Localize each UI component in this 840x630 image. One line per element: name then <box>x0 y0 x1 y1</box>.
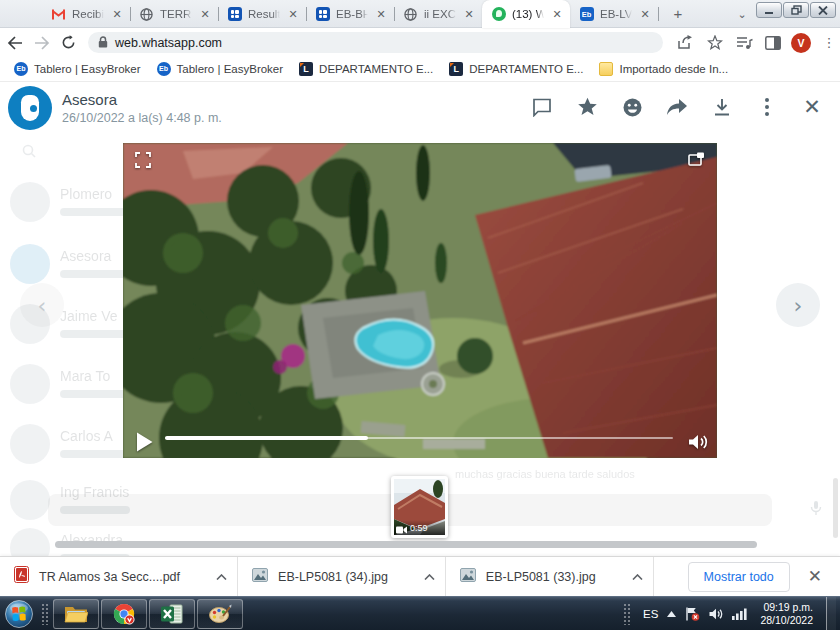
forward-button[interactable] <box>31 32 54 54</box>
taskbar-paint-button[interactable] <box>197 599 243 629</box>
reload-button[interactable] <box>57 32 80 54</box>
tab-gmail[interactable]: Recibidos ✕ <box>42 0 130 28</box>
bookmark-label: DEPARTAMENTO E... <box>469 63 583 75</box>
downloads-bar: TR Alamos 3a Secc....pdf EB-LP5081 (34).… <box>0 556 840 596</box>
address-bar[interactable]: web.whatsapp.com <box>88 32 663 53</box>
tab-excel-page[interactable]: ii EXCELE ✕ <box>394 0 482 28</box>
language-indicator[interactable]: ES <box>643 608 658 620</box>
bookmark-tablero-2[interactable]: Eb Tablero | EasyBroker <box>151 60 290 78</box>
show-hidden-icons-arrow[interactable] <box>667 611 676 617</box>
search-icon <box>22 144 36 162</box>
new-tab-button[interactable]: + <box>668 4 688 24</box>
tab-close-icon[interactable]: ✕ <box>286 7 300 21</box>
volume-tray-icon[interactable] <box>709 608 723 620</box>
mic-icon <box>810 500 822 520</box>
download-menu-chevron-icon[interactable] <box>424 574 435 580</box>
viewer-actions: ✕ <box>530 95 824 119</box>
sender-avatar[interactable] <box>8 86 52 130</box>
start-button[interactable] <box>0 597 38 630</box>
viewer-menu-icon[interactable] <box>755 95 779 119</box>
media-controls-icon[interactable] <box>733 32 755 54</box>
download-item-jpg-34[interactable]: EB-LP5081 (34).jpg <box>238 557 445 596</box>
taskbar-explorer-button[interactable] <box>53 599 99 629</box>
tab-eb-lv96[interactable]: Eb EB-LV96 ✕ <box>570 0 658 28</box>
taskbar-grip <box>41 603 49 625</box>
video-thumbnail[interactable]: 0:59 <box>391 476 448 538</box>
back-button[interactable] <box>4 32 27 54</box>
download-icon[interactable] <box>710 95 734 119</box>
profile-avatar[interactable]: V <box>791 33 811 53</box>
download-menu-chevron-icon[interactable] <box>632 574 643 580</box>
taskbar-excel-button[interactable] <box>149 599 195 629</box>
faded-chat-message: muchas gracias buena tarde saludos <box>455 468 635 480</box>
taskbar-chrome-button[interactable] <box>101 599 147 629</box>
tab-eb-bh17[interactable]: EB-BH17 ✕ <box>306 0 394 28</box>
show-desktop-button[interactable] <box>826 597 836 630</box>
bookmark-departamento-1[interactable]: L DEPARTAMENTO E... <box>293 60 439 78</box>
tab-label: (13) Wha <box>512 8 544 20</box>
folder-icon <box>599 62 613 76</box>
faded-chat-row: Plomero <box>0 178 120 234</box>
download-item-pdf[interactable]: TR Alamos 3a Secc....pdf <box>0 557 237 596</box>
lock-icon[interactable] <box>98 34 108 52</box>
video-progress-bar[interactable] <box>165 437 673 439</box>
picture-in-picture-icon[interactable] <box>688 152 705 166</box>
image-file-icon <box>252 568 268 586</box>
minimize-button[interactable] <box>756 2 782 18</box>
action-center-flag-icon[interactable] <box>685 607 700 621</box>
whatsapp-icon <box>491 7 506 22</box>
window-controls <box>756 2 836 18</box>
tab-close-icon[interactable]: ✕ <box>198 7 212 21</box>
downloads-bar-close-icon[interactable]: ✕ <box>804 564 826 589</box>
bookmark-tablero-1[interactable]: Eb Tablero | EasyBroker <box>8 60 147 78</box>
windows-logo-icon <box>4 599 34 629</box>
tab-whatsapp-active[interactable]: (13) Wha ✕ <box>482 0 570 28</box>
tab-close-icon[interactable]: ✕ <box>374 7 388 21</box>
tab-close-icon[interactable]: ✕ <box>550 7 564 21</box>
tab-search-chevron-icon[interactable]: ⌄ <box>732 4 752 24</box>
close-window-button[interactable] <box>810 2 836 18</box>
volume-icon[interactable] <box>688 434 709 450</box>
faded-chat-row: Asesora <box>0 240 120 296</box>
faded-chat-list: Plomero Asesora Jaime Ve Mara To Carlos … <box>0 82 120 556</box>
aerial-drone-footage <box>123 143 717 458</box>
easybroker-icon: Eb <box>157 62 171 76</box>
tab-close-icon[interactable]: ✕ <box>110 7 124 21</box>
tab-terreno[interactable]: TERRENO ✕ <box>130 0 218 28</box>
emoji-icon[interactable] <box>620 95 644 119</box>
excel-icon <box>161 604 183 624</box>
bookmark-label: Tablero | EasyBroker <box>34 63 141 75</box>
download-menu-chevron-icon[interactable] <box>216 574 227 580</box>
tab-close-icon[interactable]: ✕ <box>638 7 652 21</box>
easybroker-grid-icon <box>227 7 242 22</box>
download-item-jpg-33[interactable]: EB-LP5081 (33).jpg <box>446 557 653 596</box>
tab-label: Recibidos <box>72 8 104 20</box>
tab-label: Resultado <box>248 8 280 20</box>
open-chat-icon[interactable] <box>530 95 554 119</box>
viewer-close-icon[interactable]: ✕ <box>800 95 824 119</box>
restore-button[interactable] <box>783 2 809 18</box>
video-progress-played <box>165 436 368 440</box>
fullscreen-icon[interactable] <box>135 152 151 168</box>
divider <box>653 557 654 597</box>
share-icon[interactable] <box>675 32 697 54</box>
bookmark-departamento-2[interactable]: L DEPARTAMENTO E... <box>443 60 589 78</box>
taskbar-clock[interactable]: 09:19 p.m. 28/10/2022 <box>756 601 817 627</box>
play-button[interactable] <box>136 432 153 452</box>
next-media-button[interactable]: › <box>776 283 820 327</box>
tab-label: EB-BH17 <box>336 8 368 20</box>
previous-media-button[interactable]: ‹ <box>20 283 64 327</box>
show-all-downloads-button[interactable]: Mostrar todo <box>688 562 790 592</box>
network-signal-icon[interactable] <box>732 608 747 620</box>
forward-icon[interactable] <box>665 95 689 119</box>
thumbnail-strip-scrollbar[interactable] <box>55 541 757 548</box>
browser-menu-icon[interactable]: ⋮ <box>818 32 840 54</box>
tab-resultado[interactable]: Resultado ✕ <box>218 0 306 28</box>
tab-close-icon[interactable]: ✕ <box>462 7 476 21</box>
star-icon[interactable] <box>575 95 599 119</box>
bookmark-importado[interactable]: Importado desde In... <box>593 60 734 78</box>
easybroker-icon: Eb <box>14 62 28 76</box>
bookmark-star-icon[interactable] <box>704 32 726 54</box>
video-player[interactable] <box>123 143 717 458</box>
side-panel-icon[interactable] <box>762 32 784 54</box>
